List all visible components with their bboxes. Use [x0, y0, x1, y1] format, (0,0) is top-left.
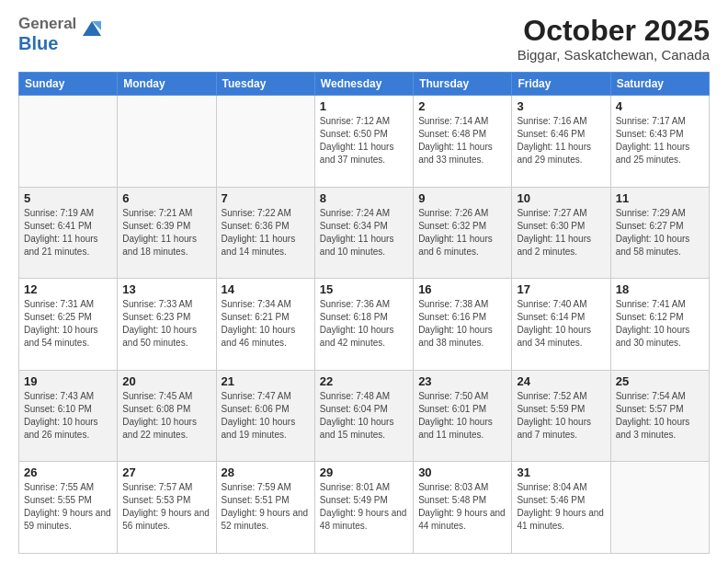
day-detail: Sunrise: 7:22 AMSunset: 6:36 PMDaylight:… — [222, 207, 310, 259]
day-number: 25 — [616, 374, 704, 388]
col-monday: Monday — [118, 73, 216, 96]
logo: General Blue — [18, 15, 105, 54]
calendar-day-cell: 10Sunrise: 7:27 AMSunset: 6:30 PMDayligh… — [512, 187, 610, 279]
day-number: 15 — [320, 282, 408, 296]
calendar-week-row: 12Sunrise: 7:31 AMSunset: 6:25 PMDayligh… — [19, 279, 710, 371]
calendar-day-cell: 19Sunrise: 7:43 AMSunset: 6:10 PMDayligh… — [19, 370, 118, 462]
day-number: 11 — [616, 191, 704, 205]
day-number: 8 — [320, 191, 408, 205]
day-detail: Sunrise: 7:27 AMSunset: 6:30 PMDaylight:… — [517, 207, 605, 259]
calendar-week-row: 1Sunrise: 7:12 AMSunset: 6:50 PMDaylight… — [19, 96, 710, 188]
calendar-day-cell: 16Sunrise: 7:38 AMSunset: 6:16 PMDayligh… — [414, 279, 512, 371]
day-detail: Sunrise: 7:19 AMSunset: 6:41 PMDaylight:… — [24, 207, 112, 259]
day-detail: Sunrise: 7:24 AMSunset: 6:34 PMDaylight:… — [320, 207, 408, 259]
calendar-day-cell — [19, 96, 118, 188]
calendar-day-cell: 3Sunrise: 7:16 AMSunset: 6:46 PMDaylight… — [512, 96, 610, 188]
day-number: 31 — [517, 465, 605, 479]
day-detail: Sunrise: 7:21 AMSunset: 6:39 PMDaylight:… — [122, 207, 210, 259]
calendar-day-cell: 24Sunrise: 7:52 AMSunset: 5:59 PMDayligh… — [512, 370, 610, 462]
calendar-day-cell: 22Sunrise: 7:48 AMSunset: 6:04 PMDayligh… — [314, 370, 413, 462]
day-detail: Sunrise: 7:47 AMSunset: 6:06 PMDaylight:… — [222, 390, 310, 442]
day-number: 4 — [616, 99, 704, 113]
calendar-day-cell: 7Sunrise: 7:22 AMSunset: 6:36 PMDaylight… — [216, 187, 314, 279]
day-detail: Sunrise: 8:04 AMSunset: 5:46 PMDaylight:… — [517, 481, 605, 533]
calendar-day-cell: 12Sunrise: 7:31 AMSunset: 6:25 PMDayligh… — [19, 279, 118, 371]
day-number: 28 — [222, 465, 310, 479]
day-number: 29 — [320, 465, 408, 479]
calendar-week-row: 26Sunrise: 7:55 AMSunset: 5:55 PMDayligh… — [19, 462, 710, 554]
calendar-body: 1Sunrise: 7:12 AMSunset: 6:50 PMDaylight… — [19, 96, 710, 554]
day-number: 16 — [418, 282, 506, 296]
day-detail: Sunrise: 7:38 AMSunset: 6:16 PMDaylight:… — [418, 298, 506, 350]
logo-icon — [79, 17, 105, 43]
calendar-day-cell: 8Sunrise: 7:24 AMSunset: 6:34 PMDaylight… — [314, 187, 413, 279]
calendar-day-cell: 18Sunrise: 7:41 AMSunset: 6:12 PMDayligh… — [610, 279, 709, 371]
calendar-day-cell — [610, 462, 709, 554]
day-detail: Sunrise: 7:57 AMSunset: 5:53 PMDaylight:… — [122, 481, 210, 533]
day-detail: Sunrise: 8:01 AMSunset: 5:49 PMDaylight:… — [320, 481, 408, 533]
calendar-week-row: 19Sunrise: 7:43 AMSunset: 6:10 PMDayligh… — [19, 370, 710, 462]
day-detail: Sunrise: 8:03 AMSunset: 5:48 PMDaylight:… — [418, 481, 506, 533]
day-number: 7 — [222, 191, 310, 205]
header: General Blue October 2025 Biggar, Saskat… — [18, 15, 710, 63]
calendar-day-cell: 29Sunrise: 8:01 AMSunset: 5:49 PMDayligh… — [314, 462, 413, 554]
calendar-day-cell: 30Sunrise: 8:03 AMSunset: 5:48 PMDayligh… — [414, 462, 512, 554]
logo-text: General Blue — [18, 15, 105, 54]
calendar-day-cell: 17Sunrise: 7:40 AMSunset: 6:14 PMDayligh… — [512, 279, 610, 371]
day-detail: Sunrise: 7:52 AMSunset: 5:59 PMDaylight:… — [517, 390, 605, 442]
logo-general: General — [18, 15, 76, 32]
day-number: 9 — [418, 191, 506, 205]
day-detail: Sunrise: 7:14 AMSunset: 6:48 PMDaylight:… — [418, 115, 506, 167]
calendar-day-cell: 13Sunrise: 7:33 AMSunset: 6:23 PMDayligh… — [118, 279, 216, 371]
day-number: 13 — [122, 282, 210, 296]
calendar-day-cell: 4Sunrise: 7:17 AMSunset: 6:43 PMDaylight… — [610, 96, 709, 188]
calendar-day-cell — [118, 96, 216, 188]
day-detail: Sunrise: 7:43 AMSunset: 6:10 PMDaylight:… — [24, 390, 112, 442]
calendar-day-cell: 15Sunrise: 7:36 AMSunset: 6:18 PMDayligh… — [314, 279, 413, 371]
calendar-day-cell: 20Sunrise: 7:45 AMSunset: 6:08 PMDayligh… — [118, 370, 216, 462]
day-number: 5 — [24, 191, 112, 205]
day-detail: Sunrise: 7:26 AMSunset: 6:32 PMDaylight:… — [418, 207, 506, 259]
calendar-day-cell: 23Sunrise: 7:50 AMSunset: 6:01 PMDayligh… — [414, 370, 512, 462]
day-number: 19 — [24, 374, 112, 388]
calendar-day-cell: 14Sunrise: 7:34 AMSunset: 6:21 PMDayligh… — [216, 279, 314, 371]
day-number: 23 — [418, 374, 506, 388]
header-row: Sunday Monday Tuesday Wednesday Thursday… — [19, 73, 710, 96]
calendar-day-cell: 28Sunrise: 7:59 AMSunset: 5:51 PMDayligh… — [216, 462, 314, 554]
col-friday: Friday — [512, 73, 610, 96]
calendar-day-cell: 2Sunrise: 7:14 AMSunset: 6:48 PMDaylight… — [414, 96, 512, 188]
day-detail: Sunrise: 7:41 AMSunset: 6:12 PMDaylight:… — [616, 298, 704, 350]
day-number: 26 — [24, 465, 112, 479]
day-number: 6 — [122, 191, 210, 205]
day-detail: Sunrise: 7:17 AMSunset: 6:43 PMDaylight:… — [616, 115, 704, 167]
logo-blue: Blue — [18, 33, 58, 53]
location: Biggar, Saskatchewan, Canada — [518, 47, 710, 63]
day-detail: Sunrise: 7:55 AMSunset: 5:55 PMDaylight:… — [24, 481, 112, 533]
calendar-day-cell: 9Sunrise: 7:26 AMSunset: 6:32 PMDaylight… — [414, 187, 512, 279]
calendar-table: Sunday Monday Tuesday Wednesday Thursday… — [18, 72, 710, 554]
day-detail: Sunrise: 7:54 AMSunset: 5:57 PMDaylight:… — [616, 390, 704, 442]
day-number: 30 — [418, 465, 506, 479]
calendar-day-cell: 6Sunrise: 7:21 AMSunset: 6:39 PMDaylight… — [118, 187, 216, 279]
calendar-day-cell — [216, 96, 314, 188]
calendar-day-cell: 25Sunrise: 7:54 AMSunset: 5:57 PMDayligh… — [610, 370, 709, 462]
col-sunday: Sunday — [19, 73, 118, 96]
col-wednesday: Wednesday — [314, 73, 413, 96]
calendar-day-cell: 11Sunrise: 7:29 AMSunset: 6:27 PMDayligh… — [610, 187, 709, 279]
calendar-header: Sunday Monday Tuesday Wednesday Thursday… — [19, 73, 710, 96]
month-title: October 2025 — [518, 15, 710, 47]
calendar-day-cell: 1Sunrise: 7:12 AMSunset: 6:50 PMDaylight… — [314, 96, 413, 188]
col-thursday: Thursday — [414, 73, 512, 96]
day-number: 14 — [222, 282, 310, 296]
day-number: 12 — [24, 282, 112, 296]
day-detail: Sunrise: 7:40 AMSunset: 6:14 PMDaylight:… — [517, 298, 605, 350]
day-number: 18 — [616, 282, 704, 296]
day-detail: Sunrise: 7:48 AMSunset: 6:04 PMDaylight:… — [320, 390, 408, 442]
day-detail: Sunrise: 7:33 AMSunset: 6:23 PMDaylight:… — [122, 298, 210, 350]
day-number: 2 — [418, 99, 506, 113]
day-detail: Sunrise: 7:50 AMSunset: 6:01 PMDaylight:… — [418, 390, 506, 442]
calendar-week-row: 5Sunrise: 7:19 AMSunset: 6:41 PMDaylight… — [19, 187, 710, 279]
page: General Blue October 2025 Biggar, Saskat… — [0, 0, 728, 563]
day-number: 24 — [517, 374, 605, 388]
calendar-day-cell: 21Sunrise: 7:47 AMSunset: 6:06 PMDayligh… — [216, 370, 314, 462]
